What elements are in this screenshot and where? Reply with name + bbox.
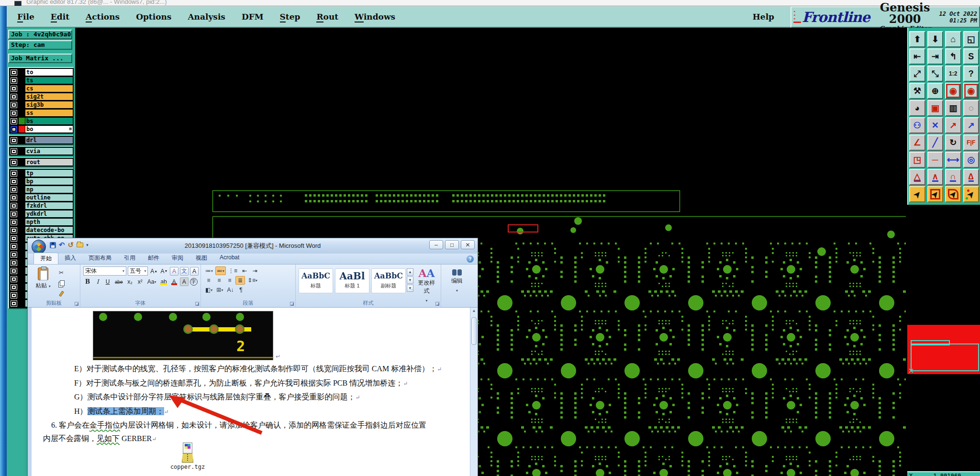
ruler-button[interactable]: ▥ <box>945 100 961 116</box>
layer-row-bs[interactable]: bs <box>10 117 73 125</box>
scroll-up-icon[interactable]: ▲ <box>471 309 477 313</box>
layer-row-rout[interactable]: rout <box>10 158 73 166</box>
enclose-character-button[interactable]: 字 <box>190 278 198 286</box>
sort-button[interactable]: A↓ <box>225 286 235 294</box>
overview-navigator[interactable] <box>907 325 980 374</box>
layer-visibility-checkbox[interactable] <box>11 260 17 266</box>
justify-button[interactable]: ≣ <box>235 276 245 285</box>
bold-button[interactable]: B <box>83 277 92 286</box>
pan-left-button[interactable]: ⇤ <box>909 48 925 65</box>
tab-引用[interactable]: 引用 <box>118 253 142 264</box>
layer-row-sig2t[interactable]: sig2t <box>10 93 73 100</box>
doc-line[interactable]: H）测试条上需添加周期；↵ <box>32 405 470 419</box>
layer-visibility-checkbox[interactable] <box>11 268 17 274</box>
layer-visibility-checkbox[interactable] <box>11 126 17 133</box>
layer-row-npth[interactable]: npth <box>10 218 73 226</box>
superscript-button[interactable]: x² <box>136 277 145 286</box>
line-spacing-button[interactable]: ⇕≡▾ <box>246 276 259 285</box>
layer-visibility-checkbox[interactable] <box>11 187 17 193</box>
show-marks-button[interactable]: ¶ <box>236 286 245 294</box>
character-border-button[interactable]: A <box>190 267 199 276</box>
office-button[interactable] <box>32 240 46 254</box>
doc-line[interactable]: E）对于测试条中的线宽、孔径等，按照客户的标准化测试条制作即可（线宽间距按我司 … <box>32 362 470 376</box>
cursor-route-button[interactable]: ➤ <box>963 186 980 202</box>
menu-actions[interactable]: Actions <box>86 12 120 22</box>
select-feature-button[interactable]: ◕ <box>909 100 925 116</box>
style-card-副标题[interactable]: AaBbC副标题 <box>371 268 406 293</box>
decrease-indent-button[interactable]: ⇤ <box>240 266 249 275</box>
styles-dialog-launcher[interactable] <box>435 302 440 306</box>
font-color-button[interactable]: A <box>170 277 178 286</box>
cursor-frame-button[interactable]: ➤ <box>927 186 944 202</box>
layer-visibility-checkbox[interactable] <box>11 195 17 201</box>
layer-row-sig3b[interactable]: sig3b <box>10 101 73 109</box>
subscript-button[interactable]: x₂ <box>126 277 134 286</box>
document-area[interactable]: 2 ↵ E）对于测试条中的线宽、孔径等，按照客户的标准化测试条制作即可（线宽间距… <box>28 308 478 476</box>
shading-button[interactable]: ◧▾ <box>204 286 214 294</box>
doc-line[interactable]: 内层不会露铜，见如下 GERBER↵ <box>32 432 470 446</box>
layer-visibility-checkbox[interactable] <box>11 178 17 185</box>
peak-d-button[interactable]: ∆ <box>963 169 980 185</box>
document-scrollbar[interactable]: ▲ <box>470 308 478 476</box>
shrink-view-button[interactable]: ⤡ <box>927 66 944 82</box>
scroll-thumb[interactable] <box>471 317 477 345</box>
query-button[interactable]: ? <box>963 66 980 82</box>
pan-right-button[interactable]: ⇥ <box>927 48 944 65</box>
grid-snap-button[interactable]: ⊕ <box>927 83 944 99</box>
word-titlebar[interactable]: ↶ ↺ ▾ 20130918103957250 [兼容模式] - Microso… <box>28 238 478 254</box>
frame-select-button[interactable]: ▣ <box>927 100 944 116</box>
align-right-button[interactable]: ≡ <box>225 276 234 285</box>
menu-analysis[interactable]: Analysis <box>188 12 225 22</box>
measure-line-button[interactable]: ─ <box>927 152 944 168</box>
style-gallery-more[interactable]: ▼̱ <box>407 285 413 292</box>
layer-row-tp[interactable]: tp <box>10 169 73 177</box>
style-scroll-down[interactable]: ▼ <box>407 277 413 284</box>
expand-view-button[interactable]: ⤢ <box>909 66 925 82</box>
tab-Acrobat[interactable]: Acrobat <box>213 253 245 264</box>
open-icon[interactable] <box>77 243 83 247</box>
tab-审阅[interactable]: 审阅 <box>166 253 189 264</box>
layer-visibility-checkbox[interactable] <box>11 159 17 166</box>
layer-visibility-checkbox[interactable] <box>11 219 17 225</box>
setup-tools-button[interactable]: ⚒ <box>909 83 925 99</box>
menu-windows[interactable]: Windows <box>355 12 395 22</box>
layer-visibility-checkbox[interactable] <box>11 244 17 250</box>
doc-line[interactable]: F）对于测试条与板之间的桥连邮票孔，为防止断板，客户允许我司根据实际 PCB 情… <box>32 376 470 391</box>
attachment[interactable]: copper.tgz <box>159 443 216 470</box>
tab-视图[interactable]: 视图 <box>189 253 213 264</box>
undo-icon[interactable]: ↶ <box>59 241 65 249</box>
layer-row-to[interactable]: to <box>10 68 73 76</box>
paragraph-dialog-launcher[interactable] <box>290 302 294 306</box>
maximize-button[interactable]: □ <box>445 240 459 249</box>
rotate-feature-button[interactable]: ↻ <box>945 134 961 151</box>
italic-button[interactable]: I <box>93 277 102 286</box>
delete-feature-button[interactable]: ✕ <box>927 117 944 133</box>
clipboard-dialog-launcher[interactable] <box>75 302 79 306</box>
layer-row-drl[interactable]: drl <box>10 136 73 144</box>
measure-distance-button[interactable]: ⟷ <box>945 152 961 168</box>
menu-help[interactable]: Help <box>753 12 774 22</box>
layer-visibility-checkbox[interactable] <box>11 276 17 282</box>
region-select-button[interactable]: ◌ <box>963 100 980 116</box>
layer-visibility-checkbox[interactable] <box>11 227 17 233</box>
borders-button[interactable]: ⊞▾ <box>215 286 224 294</box>
layer-visibility-checkbox[interactable] <box>11 148 17 155</box>
numbering-button[interactable]: ≕▾ <box>215 266 226 275</box>
layer-row-cvia[interactable]: cvia <box>10 147 73 155</box>
bullets-button[interactable]: ≔▾ <box>204 266 214 275</box>
layer-visibility-checkbox[interactable] <box>11 170 17 177</box>
layer-row-outline[interactable]: outline <box>10 194 73 201</box>
underline-button[interactable]: U <box>103 277 112 286</box>
zoom-ratio-button[interactable]: 1:2 <box>945 66 961 82</box>
shrink-font-button[interactable]: A▼ <box>160 267 168 276</box>
font-family-select[interactable]: 宋体▾ <box>83 266 126 276</box>
net-nodes-button[interactable]: ⚇ <box>909 117 925 133</box>
cut-button[interactable]: ✂ <box>56 268 67 277</box>
menu-step[interactable]: Step <box>280 12 301 22</box>
phonetic-guide-button[interactable]: 文 <box>180 267 189 276</box>
layer-row-datecode-bo[interactable]: datecode-bo <box>10 226 73 234</box>
layer-visibility-checkbox[interactable] <box>11 211 17 217</box>
qat-customize-icon[interactable]: ▾ <box>86 243 89 247</box>
change-case-button[interactable]: Aa▾ <box>146 277 158 286</box>
format-painter-button[interactable] <box>56 289 67 298</box>
